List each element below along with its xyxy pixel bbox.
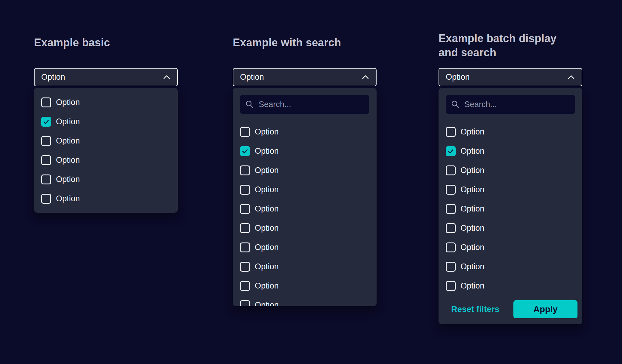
search-input[interactable] [240,95,369,114]
option-row[interactable]: Option [41,170,171,189]
option-row[interactable]: Option [41,112,171,131]
option-row[interactable]: Option [446,122,575,141]
checkbox-unchecked-icon[interactable] [41,194,51,204]
checkbox-unchecked-icon[interactable] [240,281,250,291]
chevron-up-icon [163,74,171,80]
checkbox-checked-icon[interactable] [41,117,51,127]
example-title: Example with search [233,35,341,50]
option-label: Option [255,281,279,291]
checkbox-unchecked-icon[interactable] [446,165,456,175]
option-row[interactable]: Option [41,93,171,112]
dropdown-panel: OptionOptionOptionOptionOptionOption [34,88,178,213]
option-label: Option [460,185,485,194]
option-row[interactable]: Option [240,295,369,306]
option-label: Option [460,281,485,291]
option-row[interactable]: Option [446,257,575,276]
checkbox-unchecked-icon[interactable] [240,165,250,175]
option-row[interactable]: Option [240,122,369,141]
multiselect-trigger[interactable]: Option [34,68,178,86]
option-list: OptionOptionOptionOptionOptionOption [41,93,171,208]
option-label: Option [255,147,279,156]
option-label: Option [56,175,80,184]
dropdown-panel: OptionOptionOptionOptionOptionOptionOpti… [233,88,377,306]
option-row[interactable]: Option [446,218,575,238]
option-row[interactable]: Option [240,199,369,218]
option-row[interactable]: Option [41,131,171,150]
search-icon [451,100,460,109]
search-input[interactable] [446,95,575,114]
checkbox-unchecked-icon[interactable] [240,242,250,252]
option-label: Option [56,98,80,107]
option-row[interactable]: Option [446,180,575,199]
option-label: Option [56,117,80,126]
checkbox-unchecked-icon[interactable] [446,281,456,291]
checkbox-unchecked-icon[interactable] [240,223,250,233]
panel-footer: Reset filters Apply [451,300,577,318]
example-with-search: Example with search Option OptionOptionO… [233,0,377,364]
checkbox-unchecked-icon[interactable] [446,262,456,272]
option-row[interactable]: Option [446,199,575,218]
checkbox-unchecked-icon[interactable] [240,127,250,137]
option-label: Option [56,194,80,203]
multiselect-trigger[interactable]: Option [233,68,377,86]
option-label: Option [460,262,485,271]
option-row[interactable]: Option [240,180,369,199]
option-row[interactable]: Option [41,150,171,170]
option-row[interactable]: Option [240,161,369,180]
search-box [446,95,575,114]
dropdown-panel: OptionOptionOptionOptionOptionOptionOpti… [439,88,582,324]
checkbox-checked-icon[interactable] [240,146,250,156]
checkbox-unchecked-icon[interactable] [41,97,51,107]
option-row[interactable]: Option [240,257,369,276]
checkbox-unchecked-icon[interactable] [446,204,456,214]
option-row[interactable]: Option [446,238,575,257]
option-label: Option [460,204,485,214]
checkbox-unchecked-icon[interactable] [41,136,51,146]
option-row[interactable]: Option [41,189,171,208]
example-batch-display-and-search: Example batch display and search Option … [439,0,582,364]
checkbox-unchecked-icon[interactable] [240,185,250,195]
checkbox-unchecked-icon[interactable] [240,262,250,272]
checkbox-unchecked-icon[interactable] [446,127,456,137]
option-row[interactable]: Option [240,276,369,295]
option-row[interactable]: Option [446,141,575,161]
option-label: Option [255,301,279,307]
checkbox-unchecked-icon[interactable] [240,204,250,214]
option-row[interactable]: Option [240,238,369,257]
search-box [240,95,369,114]
option-label: Option [56,136,80,146]
checkbox-unchecked-icon[interactable] [41,174,51,184]
checkbox-unchecked-icon[interactable] [240,300,250,307]
option-list: OptionOptionOptionOptionOptionOptionOpti… [446,122,575,295]
option-label: Option [255,224,279,233]
option-label: Option [255,127,279,137]
example-title: Example basic [34,35,110,50]
checkbox-unchecked-icon[interactable] [41,155,51,165]
checkbox-unchecked-icon[interactable] [446,242,456,252]
option-label: Option [56,156,80,165]
search-icon [245,100,254,109]
checkbox-unchecked-icon[interactable] [446,223,456,233]
checkbox-unchecked-icon[interactable] [446,185,456,195]
reset-filters-button[interactable]: Reset filters [451,304,499,314]
option-label: Option [255,204,279,214]
option-label: Option [255,262,279,271]
option-label: Option [460,166,485,175]
option-row[interactable]: Option [240,218,369,238]
option-label: Option [460,127,485,137]
chevron-up-icon [362,74,369,80]
option-label: Option [255,185,279,194]
multiselect-trigger-label: Option [41,72,65,82]
option-label: Option [460,224,485,233]
option-row[interactable]: Option [446,276,575,295]
option-row[interactable]: Option [240,141,369,161]
multiselect-trigger[interactable]: Option [439,68,582,86]
multiselect-trigger-label: Option [446,72,470,82]
checkbox-checked-icon[interactable] [446,146,456,156]
option-label: Option [255,166,279,175]
apply-button[interactable]: Apply [513,300,577,318]
chevron-up-icon [567,74,575,80]
option-label: Option [460,243,485,252]
option-label: Option [460,147,485,156]
option-row[interactable]: Option [446,161,575,180]
